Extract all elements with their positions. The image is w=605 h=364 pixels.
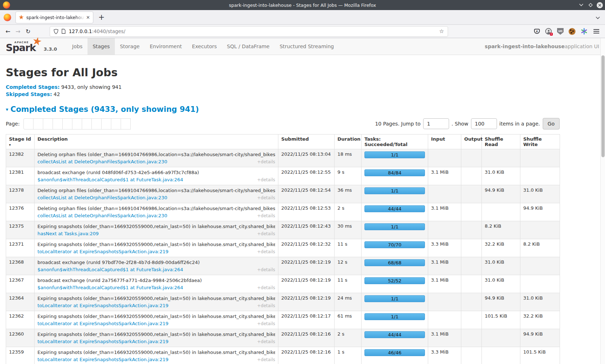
jump-to-page-input[interactable] <box>423 118 449 129</box>
stage-tasks-cell: 70/70 <box>362 239 428 257</box>
bookmark-star-icon[interactable]: ☆ <box>439 28 444 35</box>
stage-submitted-cell: 2022/11/25 08:12:53 <box>278 203 335 221</box>
stage-tasks-cell: 1/1 <box>362 221 428 239</box>
stage-submitted-cell: 2022/11/25 08:13:04 <box>278 149 335 167</box>
stage-callsite-link[interactable]: toLocalIterator at ExpireSnapshotsSparkA… <box>37 339 169 345</box>
table-header-row: Stage Id ▾ Description Submitted Duratio… <box>6 135 560 149</box>
stage-callsite-link[interactable]: toLocalIterator at ExpireSnapshotsSparkA… <box>37 357 169 363</box>
completed-stages-value: 9433, only showing 941 <box>61 84 122 90</box>
nav-item-structured-streaming[interactable]: Structured Streaming <box>274 38 339 55</box>
page-number-button[interactable] <box>72 118 82 129</box>
nav-item-stages[interactable]: Stages <box>88 38 115 55</box>
details-toggle[interactable]: +details <box>257 177 275 183</box>
ublock-shield-icon[interactable]: UO <box>557 28 564 35</box>
stage-shuffle-read-cell <box>482 149 520 167</box>
stages-table: Stage Id ▾ Description Submitted Duratio… <box>6 134 560 364</box>
details-toggle[interactable]: +details <box>257 303 275 309</box>
tasks-progress-label: 1/1 <box>391 314 399 319</box>
page-number-button[interactable] <box>111 118 121 129</box>
header-shuffle-read[interactable]: Shuffle Read <box>482 135 520 149</box>
header-input[interactable]: Input <box>428 135 461 149</box>
details-toggle[interactable]: +details <box>257 339 275 345</box>
nav-item-jobs[interactable]: Jobs <box>67 38 88 55</box>
stage-callsite-link[interactable]: $anonfun$withThreadLocalCaptured$1 at Fu… <box>37 267 183 273</box>
all-tabs-chevron-icon[interactable] <box>596 14 600 21</box>
window-close-button[interactable] <box>597 2 603 8</box>
page-scrollbar[interactable] <box>600 38 605 364</box>
window-minimize-button[interactable] <box>578 2 584 8</box>
details-toggle[interactable]: +details <box>257 249 275 255</box>
url-bar[interactable]: 127.0.0.1:4040/stages/ ☆ <box>50 26 448 37</box>
stage-shuffle-read-cell: 94.9 KiB <box>482 293 520 311</box>
cookie-extension-icon[interactable] <box>569 28 575 35</box>
stage-input-cell <box>428 149 461 167</box>
details-toggle[interactable]: +details <box>257 213 275 219</box>
page-number-button[interactable] <box>43 118 53 129</box>
stage-callsite-link[interactable]: $anonfun$withThreadLocalCaptured$1 at Fu… <box>37 285 183 291</box>
stage-shuffle-write-cell: 101.5 KiB <box>520 347 560 364</box>
header-stage-id[interactable]: Stage Id ▾ <box>6 135 35 149</box>
stage-row: 12360 Expiring snapshots (older_than=166… <box>6 329 560 347</box>
details-toggle[interactable]: +details <box>257 321 275 327</box>
nav-item-executors[interactable]: Executors <box>187 38 222 55</box>
window-maximize-button[interactable] <box>587 2 593 8</box>
header-submitted[interactable]: Submitted <box>278 135 335 149</box>
stage-callsite-link[interactable]: collectAsList at DeleteOrphanFilesSparkA… <box>37 195 167 201</box>
hamburger-menu-icon[interactable] <box>593 28 600 35</box>
page-number-button[interactable] <box>101 118 111 129</box>
page-number-button[interactable] <box>33 118 43 129</box>
header-description[interactable]: Description <box>35 135 278 149</box>
new-tab-button[interactable]: + <box>98 14 105 21</box>
pocket-icon[interactable]: ∨ <box>534 29 540 34</box>
details-toggle[interactable]: +details <box>257 357 275 363</box>
page-number-button[interactable] <box>91 118 102 129</box>
stage-callsite-link[interactable]: collectAsList at DeleteOrphanFilesSparkA… <box>37 213 167 219</box>
details-toggle[interactable]: +details <box>257 267 275 273</box>
stage-callsite-link[interactable]: hasNext at Tasks.java:209 <box>37 231 99 237</box>
details-toggle[interactable]: +details <box>257 195 275 201</box>
header-duration[interactable]: Duration <box>335 135 362 149</box>
stage-tasks-cell: 84/84 <box>362 167 428 185</box>
scrollbar-thumb[interactable] <box>601 55 605 157</box>
stage-row: 12367 broadcast exchange (runId 2a75677f… <box>6 275 560 293</box>
nav-item-environment[interactable]: Environment <box>145 38 187 55</box>
browser-tab[interactable]: spark-ingest-into-lakehous ✕ <box>15 12 93 23</box>
stage-callsite-link[interactable]: $anonfun$withThreadLocalCaptured$1 at Fu… <box>37 177 183 183</box>
shield-icon[interactable] <box>54 29 58 34</box>
stage-callsite-link[interactable]: toLocalIterator at ExpireSnapshotsSparkA… <box>37 249 169 255</box>
page-number-button[interactable] <box>62 118 72 129</box>
page-number-button[interactable] <box>23 118 33 129</box>
stage-id-cell: 12378 <box>6 185 35 203</box>
nav-item-storage[interactable]: Storage <box>115 38 145 55</box>
stage-callsite-link[interactable]: collectAsList at DeleteOrphanFilesSparkA… <box>37 159 167 165</box>
spark-brand[interactable]: APACHE Spark 3.3.0 <box>0 38 60 55</box>
reload-button[interactable]: ↻ <box>23 27 33 36</box>
asterisk-extension-icon[interactable] <box>581 28 588 35</box>
details-toggle[interactable]: +details <box>257 159 275 165</box>
header-shuffle-write[interactable]: Shuffle Write <box>520 135 560 149</box>
details-toggle[interactable]: +details <box>257 285 275 291</box>
page-number-button[interactable] <box>53 118 63 129</box>
details-toggle[interactable]: +details <box>257 231 275 237</box>
go-button[interactable]: Go <box>543 118 560 129</box>
stage-submitted-cell: 2022/11/25 08:12:16 <box>278 347 335 364</box>
stage-duration-cell: 2 s <box>335 203 362 221</box>
header-output[interactable]: Output <box>461 135 482 149</box>
stage-input-cell: 3.3 MiB <box>428 347 461 364</box>
application-name: spark-ingest-into-lakehouse <box>485 44 565 49</box>
stage-description-cell: Expiring snapshots (older_than=166932055… <box>35 311 278 329</box>
stage-duration-cell: 30 ms <box>335 221 362 239</box>
tab-close-icon[interactable]: ✕ <box>86 15 90 20</box>
nav-item-sql-dataframe[interactable]: SQL / DataFrame <box>222 38 274 55</box>
page-number-button[interactable] <box>121 118 131 129</box>
account-extension-icon[interactable]: ✕ <box>545 28 552 35</box>
stage-callsite-link[interactable]: toLocalIterator at ExpireSnapshotsSparkA… <box>37 321 169 327</box>
stage-callsite-link[interactable]: toLocalIterator at ExpireSnapshotsSparkA… <box>37 303 169 309</box>
back-button[interactable]: ← <box>3 27 13 36</box>
page-number-button[interactable] <box>82 118 92 129</box>
completed-stages-section-header[interactable]: ▾Completed Stages (9433, only showing 94… <box>6 105 600 114</box>
forward-button[interactable]: → <box>13 27 23 36</box>
page-info-icon[interactable] <box>62 29 66 34</box>
items-per-page-input[interactable] <box>471 118 497 129</box>
header-tasks[interactable]: Tasks: Succeeded/Total <box>362 135 428 149</box>
